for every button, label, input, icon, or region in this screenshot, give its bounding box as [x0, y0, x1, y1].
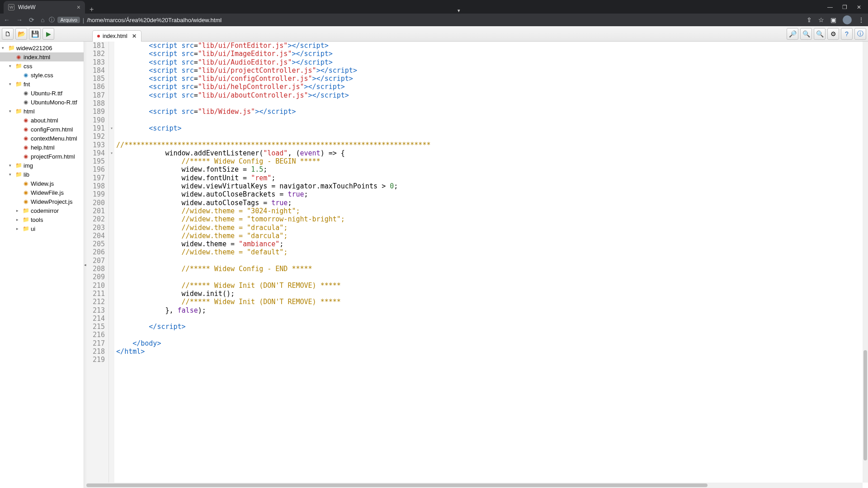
code-line[interactable] [116, 273, 868, 281]
code-line[interactable]: widew.fontSize = 1.5; [116, 165, 868, 174]
code-line[interactable]: //widew.theme = "3024-night"; [116, 207, 868, 215]
minimize-button[interactable]: ― [824, 4, 836, 10]
tree-folder[interactable]: ▾📁widew221206 [0, 43, 84, 52]
line-number[interactable]: 207 [93, 257, 105, 265]
fold-gutter[interactable]: ▾▾ [109, 42, 114, 488]
line-number[interactable]: 200 [93, 199, 105, 207]
reload-button[interactable]: ⟳ [29, 16, 34, 23]
code-line[interactable]: window.addEventListener("load", (event) … [116, 149, 868, 157]
line-number[interactable]: 182 [93, 50, 105, 58]
tree-folder[interactable]: ▾📁css [0, 61, 84, 70]
code-line[interactable]: <script src="lib/ui/helpController.js"><… [116, 83, 868, 91]
code-line[interactable]: //***** Widew Config - BEGIN ***** [116, 157, 868, 165]
close-editor-tab-icon[interactable]: ✕ [132, 33, 137, 39]
line-number[interactable]: 208 [93, 265, 105, 273]
new-tab-button[interactable]: + [85, 5, 98, 14]
code-line[interactable]: <script src="lib/ui/ImageEditor.js"></sc… [116, 50, 868, 58]
tree-folder[interactable]: ▸📁codemirror [0, 206, 84, 215]
open-file-button[interactable]: 📂 [15, 28, 27, 40]
line-number[interactable]: 191 [93, 124, 105, 132]
line-number[interactable]: 210 [93, 282, 105, 290]
line-number[interactable]: 185 [93, 75, 105, 83]
line-number[interactable]: 203 [93, 224, 105, 232]
tree-disclosure-icon[interactable]: ▸ [16, 208, 21, 213]
tree-folder[interactable]: ▾📁html [0, 107, 84, 116]
code-line[interactable]: <script src="lib/ui/aboutController.js">… [116, 91, 868, 99]
code-line[interactable] [116, 356, 868, 364]
code-line[interactable]: //***** Widew Init (DON'T REMOVE) ***** [116, 298, 868, 306]
line-number[interactable]: 188 [93, 99, 105, 108]
info-button[interactable]: ⓘ [854, 28, 866, 40]
editor-tab[interactable]: index.html ✕ [92, 30, 142, 42]
tree-file[interactable]: ◉help.html [0, 143, 84, 152]
tree-disclosure-icon[interactable]: ▾ [2, 46, 6, 50]
browser-tab[interactable]: W WideW × [4, 1, 85, 14]
line-number[interactable]: 216 [93, 331, 105, 339]
tree-folder[interactable]: ▸📁tools [0, 215, 84, 224]
code-line[interactable] [116, 99, 868, 108]
zoom-reset-button[interactable]: 🔍 [814, 28, 826, 40]
line-number[interactable]: 217 [93, 339, 105, 347]
line-number[interactable]: 211 [93, 290, 105, 298]
tree-file[interactable]: ◉UbuntuMono-R.ttf [0, 98, 84, 107]
line-number[interactable]: 181 [93, 42, 105, 50]
code-line[interactable]: //widew.theme = "darcula"; [116, 232, 868, 240]
line-number[interactable]: 184 [93, 66, 105, 75]
code-line[interactable]: //widew.theme = "tomorrow-night-bright"; [116, 215, 868, 223]
tree-folder[interactable]: ▾📁lib [0, 170, 84, 179]
code-line[interactable]: //**************************************… [116, 141, 868, 149]
line-number[interactable]: 196 [93, 165, 105, 174]
code-line[interactable]: <script> [116, 124, 868, 132]
line-number[interactable]: 197 [93, 174, 105, 182]
line-number[interactable]: 187 [93, 91, 105, 99]
line-number[interactable]: 189 [93, 108, 105, 116]
tree-disclosure-icon[interactable]: ▾ [9, 82, 14, 86]
line-number-gutter[interactable]: 1811821831841851861871881891901911921931… [86, 42, 109, 488]
home-button[interactable]: ⌂ [41, 16, 44, 23]
help-button[interactable]: ? [841, 28, 853, 40]
line-number[interactable]: 186 [93, 83, 105, 91]
code-line[interactable] [116, 132, 868, 141]
fold-marker[interactable]: ▾ [109, 124, 114, 132]
line-number[interactable]: 194 [93, 149, 105, 157]
line-number[interactable]: 201 [93, 207, 105, 215]
tree-folder[interactable]: ▸📁ui [0, 224, 84, 233]
line-number[interactable]: 214 [93, 314, 105, 323]
close-tab-icon[interactable]: × [77, 4, 80, 11]
line-number[interactable]: 212 [93, 298, 105, 306]
tree-file[interactable]: ◉Ubuntu-R.ttf [0, 89, 84, 98]
tree-folder[interactable]: ▾📁fnt [0, 80, 84, 89]
code-line[interactable]: </html> [116, 347, 868, 356]
line-number[interactable]: 213 [93, 306, 105, 314]
code-line[interactable] [116, 314, 868, 323]
line-number[interactable]: 205 [93, 240, 105, 248]
code-line[interactable]: <script src="lib/Widew.js"></script> [116, 108, 868, 116]
code-line[interactable]: }, false); [116, 306, 868, 314]
line-number[interactable]: 195 [93, 157, 105, 165]
menu-icon[interactable]: ⋮ [858, 16, 864, 23]
vertical-scrollbar-thumb[interactable] [863, 350, 867, 460]
share-icon[interactable]: ⇪ [807, 16, 812, 23]
tree-file[interactable]: ◉Widew.js [0, 179, 84, 188]
code-line[interactable]: //widew.theme = "dracula"; [116, 224, 868, 232]
tree-file[interactable]: ◉style.css [0, 70, 84, 80]
file-tree[interactable]: ▾📁widew221206◉index.html▾📁css◉style.css▾… [0, 42, 84, 488]
code-line[interactable]: </body> [116, 339, 868, 347]
horizontal-scrollbar[interactable] [86, 483, 863, 488]
code-line[interactable] [116, 331, 868, 339]
line-number[interactable]: 215 [93, 323, 105, 331]
code-line[interactable]: widew.autoCloseBrackets = true; [116, 190, 868, 198]
line-number[interactable]: 199 [93, 190, 105, 198]
line-number[interactable]: 202 [93, 215, 105, 223]
new-file-button[interactable]: 🗋 [2, 28, 14, 40]
tree-file[interactable]: ◉contextMenu.html [0, 134, 84, 143]
tree-disclosure-icon[interactable]: ▾ [9, 109, 14, 113]
line-number[interactable]: 198 [93, 182, 105, 190]
sidepanel-icon[interactable]: ▣ [830, 16, 836, 23]
tab-overflow-icon[interactable]: ▾ [458, 8, 460, 14]
line-number[interactable]: 192 [93, 132, 105, 141]
code-line[interactable]: widew.viewVirtualKeys = navigator.maxTou… [116, 182, 868, 190]
code-line[interactable]: <script src="lib/ui/configController.js"… [116, 75, 868, 83]
line-number[interactable]: 190 [93, 116, 105, 124]
code-content[interactable]: <script src="lib/ui/FontEditor.js"></scr… [114, 42, 868, 488]
